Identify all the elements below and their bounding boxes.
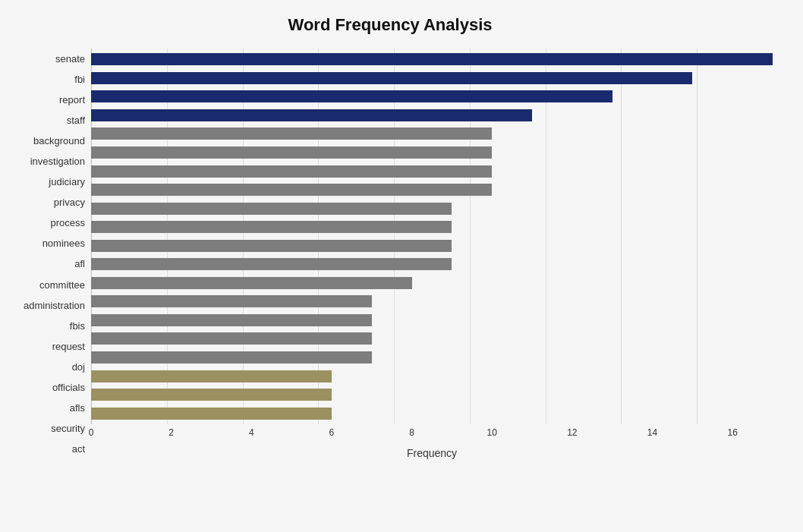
bar: [91, 221, 452, 233]
y-label: afl: [74, 259, 85, 269]
y-label: administration: [24, 301, 85, 310]
bar-row: [91, 218, 773, 237]
x-axis: 0246810121416: [91, 424, 773, 442]
y-label: request: [52, 342, 85, 351]
x-tick-label: 2: [168, 427, 174, 438]
bars-and-x: 0246810121416 Frequency: [91, 49, 773, 459]
x-tick-label: 8: [409, 427, 414, 438]
bar: [91, 240, 452, 252]
bar-row: [91, 199, 773, 218]
bar: [91, 389, 332, 401]
x-tick-label: 16: [727, 427, 737, 438]
bar: [91, 165, 492, 178]
bar-row: [91, 255, 773, 274]
bar-row: [91, 143, 773, 162]
y-label: nominees: [43, 238, 85, 248]
bar: [91, 277, 412, 289]
y-label: background: [33, 136, 85, 146]
chart-title: Word Frequency Analysis: [8, 15, 773, 35]
bar-row: [91, 386, 773, 405]
chart-container: Word Frequency Analysis senatefbireports…: [0, 0, 803, 532]
y-label: security: [51, 423, 85, 433]
x-tick-label: 0: [89, 427, 94, 438]
bar-row: [91, 274, 773, 293]
bar-row: [91, 50, 773, 69]
bars-list: [91, 49, 773, 424]
bar-row: [91, 329, 773, 348]
bar-row: [91, 69, 773, 88]
bar: [91, 351, 372, 364]
bar-row: [91, 124, 773, 143]
bar: [91, 370, 332, 382]
y-label: officials: [52, 382, 85, 392]
bar-row: [91, 404, 773, 423]
y-label: process: [50, 218, 85, 228]
bar: [91, 53, 773, 65]
y-label: fbi: [74, 74, 85, 84]
bar-row: [91, 348, 773, 367]
y-label: committee: [39, 280, 85, 290]
bar: [91, 258, 452, 270]
y-label: act: [72, 444, 85, 454]
bars-area: [91, 49, 773, 424]
bar-row: [91, 311, 773, 330]
bar-row: [91, 236, 773, 255]
x-ticks-container: 0246810121416: [91, 427, 773, 442]
y-label: afls: [70, 403, 85, 413]
bar: [91, 314, 372, 326]
x-axis-label: Frequency: [91, 447, 773, 459]
bar: [91, 295, 372, 307]
bar-row: [91, 367, 773, 386]
y-labels: senatefbireportstaffbackgroundinvestigat…: [8, 49, 91, 459]
y-label: staff: [67, 115, 85, 125]
x-tick-label: 10: [487, 427, 497, 438]
chart-area: senatefbireportstaffbackgroundinvestigat…: [8, 49, 773, 459]
bar-row: [91, 292, 773, 311]
x-tick-label: 4: [249, 427, 254, 438]
y-label: privacy: [54, 197, 85, 207]
y-label: judiciary: [49, 177, 85, 187]
bar: [91, 90, 612, 102]
bar: [91, 109, 532, 121]
bar: [91, 332, 372, 345]
bar: [91, 408, 332, 420]
bar-row: [91, 106, 773, 125]
bar: [91, 72, 692, 84]
bar-row: [91, 181, 773, 200]
y-label: report: [59, 95, 85, 105]
y-label: doj: [72, 362, 85, 372]
y-label: senate: [55, 54, 85, 64]
bar-row: [91, 87, 773, 106]
bar: [91, 146, 492, 159]
x-tick-label: 12: [567, 427, 577, 438]
bar: [91, 127, 492, 140]
bar-row: [91, 162, 773, 181]
bar: [91, 203, 452, 215]
bar: [91, 184, 492, 196]
y-label: investigation: [30, 156, 85, 166]
x-tick-label: 6: [329, 427, 335, 438]
x-tick-label: 14: [647, 427, 657, 438]
y-label: fbis: [70, 321, 85, 331]
